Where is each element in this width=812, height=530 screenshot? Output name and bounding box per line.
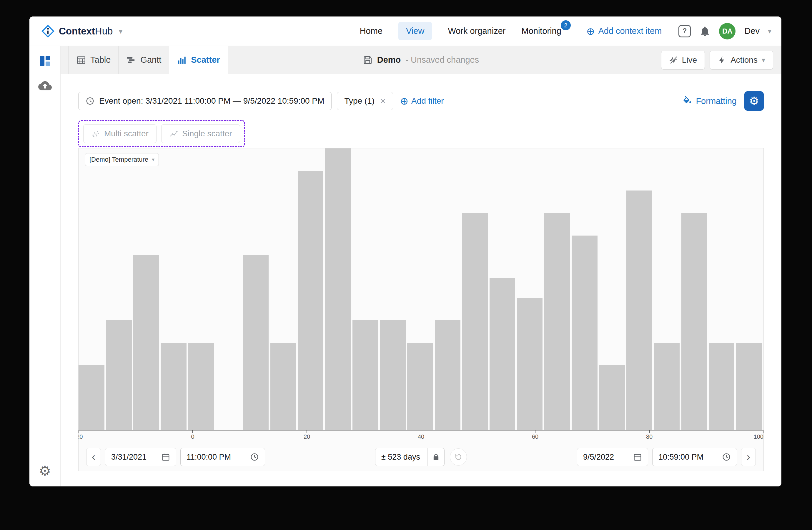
logo-text: ContextHub — [59, 26, 113, 37]
save-icon[interactable] — [363, 55, 373, 65]
histogram-bar — [490, 278, 516, 430]
calendar-icon — [633, 452, 642, 461]
histogram-bar — [681, 213, 707, 430]
gear-icon: ⚙ — [749, 95, 759, 107]
x-axis-tick-label: 80 — [646, 433, 653, 440]
tab-scatter[interactable]: Scatter — [169, 46, 228, 74]
start-date-field[interactable]: 3/31/2021 — [105, 448, 176, 466]
navbar-right: ⊕ Add context item ? DA Dev ▾ — [578, 23, 771, 40]
live-button[interactable]: Live — [661, 51, 705, 69]
toolbar-actions: Live Actions ▾ — [661, 46, 781, 74]
left-sidebar: ⚙ — [29, 46, 61, 486]
add-filter-button[interactable]: ⊕ Add filter — [400, 96, 444, 106]
monitoring-badge: 2 — [561, 20, 571, 30]
tab-gantt[interactable]: Gantt — [119, 46, 169, 74]
selection-highlight: Multi scatter Single scatter — [78, 120, 245, 147]
histogram-bar — [599, 365, 625, 430]
lightning-bolt-icon — [717, 56, 726, 65]
single-scatter-icon — [169, 129, 178, 138]
x-axis-tickmark — [535, 431, 535, 433]
histogram-bar — [243, 255, 269, 430]
live-off-icon — [669, 56, 678, 65]
histogram-bar — [298, 171, 324, 430]
notifications-bell-icon[interactable] — [699, 25, 711, 37]
x-axis-tickmark — [649, 431, 650, 433]
nav-item-home[interactable]: Home — [360, 26, 382, 36]
filter-row: Event open: 3/31/2021 11:00:00 PM — 9/5/… — [78, 91, 764, 111]
multi-scatter-button[interactable]: Multi scatter — [83, 124, 157, 143]
actions-button[interactable]: Actions ▾ — [710, 51, 773, 69]
views-layout-icon[interactable] — [38, 54, 52, 68]
tab-table[interactable]: Table — [68, 46, 119, 74]
series-dropdown[interactable]: [Demo] Temperature ▾ — [85, 153, 159, 166]
formatting-paint-icon — [682, 96, 692, 106]
nav-item-view[interactable]: View — [398, 22, 432, 40]
content-area: Event open: 3/31/2021 11:00:00 PM — 9/5/… — [61, 74, 781, 486]
histogram-bar — [380, 320, 406, 430]
histogram-bar — [106, 320, 132, 430]
x-axis-tickmark — [307, 431, 307, 433]
user-name[interactable]: Dev — [744, 26, 760, 36]
reset-range-button[interactable] — [450, 448, 467, 465]
user-chevron-down-icon: ▾ — [768, 28, 771, 35]
single-scatter-button[interactable]: Single scatter — [161, 124, 240, 143]
type-filter-pill[interactable]: Type (1) × — [337, 92, 393, 110]
multi-scatter-icon — [91, 129, 100, 138]
x-axis-tick-label: -20 — [78, 433, 83, 440]
x-axis-tickmark — [78, 431, 79, 433]
histogram-bar — [325, 149, 351, 430]
chevron-down-icon: ▾ — [762, 57, 765, 64]
nav-item-work-organizer[interactable]: Work organizer — [448, 26, 505, 36]
circle-plus-icon: ⊕ — [586, 26, 595, 36]
step-back-button[interactable]: ‹ — [86, 448, 101, 466]
formatting-button[interactable]: Formatting — [682, 96, 737, 106]
settings-gear-icon[interactable]: ⚙ — [39, 464, 51, 478]
history-icon — [454, 452, 463, 461]
scatter-icon — [177, 55, 187, 65]
event-open-filter-pill[interactable]: Event open: 3/31/2021 11:00:00 PM — 9/5/… — [78, 92, 332, 110]
view-tabs: Table Gantt Scatter — [61, 46, 363, 74]
histogram-bar — [571, 236, 597, 430]
workspace-chevron-down-icon[interactable]: ▾ — [119, 27, 122, 35]
help-icon[interactable]: ? — [679, 25, 691, 38]
x-axis-tickmark — [192, 431, 193, 433]
range-start-group: ‹ 3/31/2021 11:00:00 PM — [86, 448, 375, 466]
calendar-icon — [161, 452, 170, 461]
close-icon[interactable]: × — [380, 96, 386, 106]
clock-icon — [250, 452, 259, 461]
top-navbar: ContextHub ▾ Home View Work organizer Mo… — [29, 16, 781, 46]
end-time-field[interactable]: 10:59:00 PM — [652, 448, 737, 466]
nav-item-monitoring[interactable]: Monitoring2 — [521, 26, 561, 36]
contexthub-logo[interactable]: ContextHub — [41, 25, 113, 38]
add-context-item-button[interactable]: ⊕ Add context item — [586, 26, 662, 36]
x-axis-labels: -20020406080100 — [78, 433, 764, 444]
time-range-footer: ‹ 3/31/2021 11:00:00 PM ± 523 days — [86, 448, 756, 466]
x-axis-tickmark — [421, 431, 421, 433]
range-span-field[interactable]: ± 523 days — [375, 448, 427, 466]
histogram-bar — [462, 213, 488, 430]
end-date-field[interactable]: 9/5/2022 — [577, 448, 648, 466]
lock-icon — [432, 453, 440, 461]
lock-range-button[interactable] — [427, 448, 445, 466]
user-avatar[interactable]: DA — [719, 23, 736, 40]
histogram-bar — [654, 343, 680, 430]
view-tabs-bar: Table Gantt Scatter Demo - Unsaved chang… — [61, 46, 781, 74]
x-axis-tick-label: 20 — [304, 433, 310, 440]
histogram-bar — [270, 343, 296, 430]
contexthub-logo-icon — [41, 25, 55, 38]
app-window: ContextHub ▾ Home View Work organizer Mo… — [29, 16, 781, 486]
x-axis-tick-label: 0 — [191, 433, 194, 440]
histogram-bar — [435, 320, 461, 430]
start-time-field[interactable]: 11:00:00 PM — [180, 448, 265, 466]
histogram-bar — [407, 343, 433, 430]
histogram-bar — [626, 191, 652, 430]
x-axis-tick-label: 40 — [418, 433, 424, 440]
chart-settings-button[interactable]: ⚙ — [744, 91, 764, 111]
step-forward-button[interactable]: › — [741, 448, 756, 466]
histogram-chart-panel: [Demo] Temperature ▾ -20020406080100 ‹ — [78, 148, 764, 471]
cloud-upload-icon[interactable] — [38, 79, 52, 93]
histogram-bar — [352, 320, 378, 430]
x-axis-tick-label: 60 — [532, 433, 538, 440]
main-nav: Home View Work organizer Monitoring2 — [360, 22, 561, 40]
clock-icon — [722, 452, 731, 461]
